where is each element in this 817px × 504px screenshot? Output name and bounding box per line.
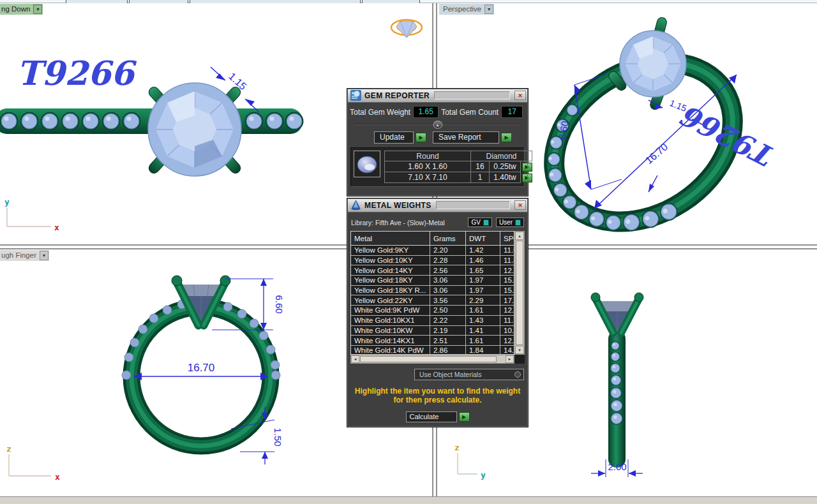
metal-spg: 11.08 <box>500 246 514 255</box>
update-button[interactable]: Update <box>374 131 414 144</box>
metal-name: Yellow Gold:18KY R... <box>351 286 430 295</box>
metal-row[interactable]: White Gold:10KX1 2.22 1.43 11.18 <box>351 316 514 326</box>
close-icon[interactable]: ✕ <box>514 200 526 210</box>
scroll-right-icon[interactable]: ► <box>506 355 514 363</box>
metal-row[interactable]: White Gold:9K PdW 2.50 1.61 12.59 <box>351 306 514 316</box>
metal-row[interactable]: White Gold:14K PdW 2.86 1.84 14.37 <box>351 346 514 355</box>
metal-row[interactable]: Yellow Gold:14KY 2.56 1.65 12.88 <box>351 265 514 276</box>
vertical-scrollbar[interactable]: ▲ ▼ <box>514 231 525 355</box>
metal-dwt: 1.97 <box>466 286 500 295</box>
metal-name: White Gold:10KX1 <box>351 316 430 325</box>
metal-grams: 2.28 <box>430 256 466 265</box>
calculate-run-button[interactable]: ▶ <box>459 412 470 422</box>
calculate-button[interactable]: Calculate <box>406 411 457 422</box>
metal-row[interactable]: Yellow Gold:9KY 2.20 1.42 11.08 <box>351 246 514 256</box>
scrollbar-thumb[interactable] <box>516 241 523 345</box>
user-label: User <box>499 219 513 226</box>
metal-dwt: 1.43 <box>466 316 500 325</box>
close-icon[interactable]: ✕ <box>514 91 526 100</box>
scroll-down-icon[interactable]: ▼ <box>515 346 524 354</box>
chevron-down-icon[interactable]: ▼ <box>484 4 493 14</box>
metal-row[interactable]: Yellow Gold:18KY 3.06 1.97 15.41 <box>351 276 514 286</box>
gem-count: 1 <box>471 172 490 183</box>
metal-name: Yellow Gold:22KY <box>351 295 430 305</box>
axis-gizmo: z x <box>6 444 60 482</box>
chevron-down-icon[interactable]: ▼ <box>40 251 49 260</box>
gem-reporter-icon <box>350 90 361 101</box>
save-report-button[interactable]: Save Report <box>433 131 499 144</box>
save-report-run-button[interactable]: ▶ <box>501 133 512 142</box>
horizontal-scrollbar[interactable]: ◄ ► <box>350 355 514 364</box>
user-toggle-button[interactable]: User <box>496 218 524 227</box>
gem-reporter-titlebar[interactable]: GEM REPORTER ✕ <box>347 89 528 103</box>
metal-spg: 12.61 <box>500 336 514 345</box>
viewport-title-looking-down[interactable]: ng Down ▼ <box>0 4 43 15</box>
dimension-shank-width: 2.00 <box>591 459 643 477</box>
column-header-spg[interactable]: SPG <box>500 232 514 245</box>
axis-label-y: y <box>4 197 10 207</box>
panel-title: GEM REPORTER <box>364 91 430 100</box>
dimension-text: 1.50 <box>273 427 283 446</box>
viewport-title-perspective[interactable]: Perspective ▼ <box>439 4 494 15</box>
metal-weights-panel: METAL WEIGHTS ✕ Library: Fifth Ave - (Sl… <box>347 198 528 427</box>
metal-dwt: 1.65 <box>466 265 500 275</box>
gem-shape-header: Round <box>384 151 471 161</box>
gem-row[interactable]: 1.60 X 1.60 16 0.25tw ▶ <box>384 161 532 172</box>
metal-grams: 2.56 <box>430 265 466 275</box>
metal-row[interactable]: Yellow Gold:18KY R... 3.06 1.97 15.41 <box>351 286 514 296</box>
dimension-text: 6.60 <box>274 295 285 313</box>
model-number-label: T9266 <box>17 54 137 93</box>
axis-label-z: z <box>454 443 460 452</box>
gem-row[interactable]: 7.10 X 7.10 1 1.40tw ▶ <box>384 172 532 183</box>
app-window: ng Down ▼ Perspective ▼ ugh Finger ▼ T92… <box>0 0 817 504</box>
panel-title: METAL WEIGHTS <box>364 201 431 210</box>
viewport-title-through-finger[interactable]: ugh Finger ▼ <box>0 250 49 261</box>
gem-size: 7.10 X 7.10 <box>384 172 471 183</box>
gem-thumbnail[interactable] <box>354 151 380 177</box>
chevron-down-icon[interactable]: ▼ <box>33 4 42 14</box>
metal-grams: 2.50 <box>430 306 466 315</box>
column-header-metal[interactable]: Metal <box>351 232 430 245</box>
leader-arrow <box>648 175 657 192</box>
metal-row[interactable]: White Gold:14KX1 2.51 1.61 12.61 <box>351 336 514 346</box>
metal-dwt: 1.84 <box>466 346 500 355</box>
scrollbar-thumb[interactable] <box>360 356 497 362</box>
scroll-left-icon[interactable]: ◄ <box>351 355 359 363</box>
scroll-up-icon[interactable]: ▲ <box>515 232 524 240</box>
axis-gizmo: y x <box>4 197 59 232</box>
metal-row[interactable]: White Gold:10KW 2.19 1.41 10.99 <box>351 326 514 336</box>
metal-grams: 2.86 <box>430 346 466 355</box>
collapse-button[interactable]: ▲ <box>433 121 442 129</box>
metal-weights-titlebar[interactable]: METAL WEIGHTS ✕ <box>347 198 528 212</box>
collapse-row: ▲ <box>355 121 520 129</box>
update-run-button[interactable]: ▶ <box>416 133 426 142</box>
gem-row-action-button[interactable]: ▶ <box>522 163 532 172</box>
gem-row-action-button[interactable]: ▶ <box>522 174 532 182</box>
metal-spg: 14.37 <box>500 346 514 355</box>
center-gem <box>620 31 686 97</box>
metal-name: White Gold:14KX1 <box>351 336 430 345</box>
dimension-text: 2.00 <box>608 461 626 472</box>
gem-thumb-icon <box>356 152 379 175</box>
total-gem-count-value: 17 <box>501 106 523 118</box>
metal-spg: 15.41 <box>500 276 514 285</box>
gv-toggle-button[interactable]: GV <box>468 218 491 227</box>
metal-spg: 11.18 <box>500 316 514 325</box>
total-gem-weight-label: Total Gem Weight <box>350 108 410 117</box>
metal-grams: 2.19 <box>430 326 466 336</box>
axis-label-x: x <box>55 472 60 482</box>
metal-row[interactable]: Yellow Gold:10KY 2.28 1.46 11.45 <box>351 256 514 266</box>
gv-label: GV <box>471 219 480 226</box>
axis-label-y: y <box>481 470 486 480</box>
hint-text: Highlight the item you want to find the … <box>352 387 523 404</box>
viewport-title-label: ng Down <box>0 4 33 14</box>
use-object-materials-button[interactable]: Use Object Materials <box>414 369 524 380</box>
gem-weight: 0.25tw <box>490 161 521 172</box>
metal-row[interactable]: Yellow Gold:22KY 3.56 2.29 17.89 <box>351 295 514 306</box>
user-indicator <box>515 219 521 226</box>
column-header-dwt[interactable]: DWT <box>466 232 500 245</box>
column-header-grams[interactable]: Grams <box>430 232 466 245</box>
metal-name: Yellow Gold:18KY <box>351 276 430 285</box>
metal-spg: 11.45 <box>500 256 514 265</box>
status-strip <box>0 496 817 504</box>
